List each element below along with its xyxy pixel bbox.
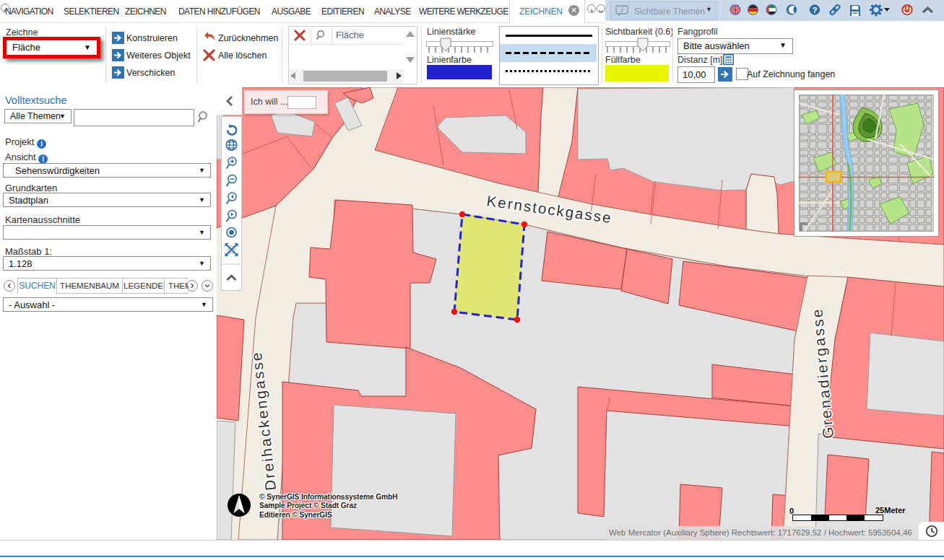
svg-text:?: ?	[812, 6, 817, 14]
